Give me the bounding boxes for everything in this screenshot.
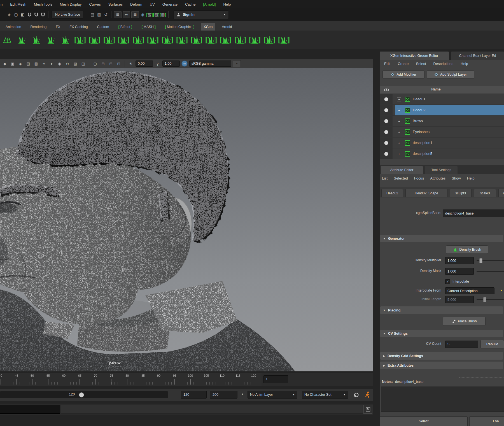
visibility-column-header[interactable] [380,86,393,94]
xgen-brush-tool-icon[interactable] [147,33,159,46]
xgen-bracket-tool-icon[interactable]: [▦] [160,11,166,18]
interpolate-checkbox[interactable] [445,279,450,284]
perspective-viewport[interactable]: persp2 [0,68,373,371]
expand-icon[interactable] [397,130,401,134]
range-handle[interactable] [79,392,84,397]
xgen-bracket-tool-icon[interactable]: [▧] [146,11,153,18]
select-hierarchy-icon[interactable]: ◈ [6,11,13,18]
menu-list[interactable]: List [382,176,388,180]
textured-icon[interactable]: ⊡ [116,60,122,67]
density-mask-field[interactable]: 1.000 [445,268,474,275]
color-management-toggle-icon[interactable]: on [181,60,188,67]
motion-blur-icon[interactable]: ⊙ [64,60,71,67]
name-column-header[interactable]: Name [393,87,479,91]
isolate-select-icon[interactable]: ▢ [92,60,98,67]
tab-channel-box[interactable]: Channel Box / Layer Ed [451,52,504,60]
xgen-brush-tool-icon[interactable] [220,33,232,46]
tree-row-brows[interactable]: Brows [380,116,504,127]
xgen-brush-tool-icon[interactable] [190,33,203,46]
tree-row-description5[interactable]: description5 [380,148,504,159]
visibility-toggle[interactable] [384,130,388,134]
xgen-groom-tool-icon[interactable] [30,33,43,46]
xgen-groom-tool-icon[interactable] [59,33,72,46]
density-multiplier-field[interactable]: 1.000 [445,257,474,264]
input-connections-icon[interactable]: ▤ [89,11,96,18]
load-attributes-button[interactable]: Loa [469,416,504,426]
node-tab-clipped[interactable]: d [498,189,504,197]
menu-deform[interactable]: Deform [130,2,142,6]
wireframe-on-shaded-icon[interactable]: ⊟ [108,60,114,67]
menu-arnold[interactable]: [Arnold] [203,2,216,6]
menu-create[interactable]: Create [398,62,409,66]
visibility-toggle[interactable] [384,141,388,145]
visibility-toggle[interactable] [384,119,388,123]
expand-icon[interactable] [397,119,401,123]
shelf-tab-arnold[interactable]: Arnold [219,23,235,31]
auto-keyframe-runner-icon[interactable] [363,390,372,399]
shelf-tab-fx-caching[interactable]: FX Caching [67,23,90,31]
node-tab-head02-shape[interactable]: Head02_Shape [405,189,447,197]
chevron-down-icon[interactable]: ▼ [241,393,244,395]
command-line-input[interactable] [0,405,60,414]
shelf-tab-motion-graphics[interactable]: [ Motion Graphics ] [162,23,197,31]
menu-mesh-tools[interactable]: Mesh Tools [34,2,52,6]
density-mask-slider[interactable] [477,271,504,272]
initial-length-slider[interactable] [477,299,504,300]
snap-curve-icon[interactable] [33,11,39,18]
section-cv-settings[interactable]: ▼ CV Settings [380,330,503,337]
snap-grid-icon[interactable] [26,11,33,18]
xgen-brush-tool-icon[interactable] [132,33,144,46]
shelf-tab-xgen[interactable]: XGen [201,23,215,31]
shelf-tab-fx[interactable]: FX [53,23,63,31]
output-connections-icon[interactable]: ▥ [96,11,102,18]
current-frame-field[interactable]: 1 [263,375,288,383]
xgen-brush-tool-icon[interactable] [205,33,217,46]
menu-generate[interactable]: Generate [162,2,178,6]
playback-options-icon[interactable] [351,390,361,399]
gate-mask-icon[interactable]: ▦ [33,60,39,67]
menu-help[interactable]: Help [461,62,468,66]
xgen-brush-tool-icon[interactable] [118,33,130,46]
tree-row-head01[interactable]: Head01 [380,94,504,105]
rebuild-button[interactable]: Rebuild [480,340,504,348]
add-sculpt-layer-button[interactable]: Add Sculpt Layer [427,70,474,79]
section-density-grid-settings[interactable]: ▶ Density Grid Settings [380,352,503,360]
gamma-field[interactable]: 1.00 [162,60,180,67]
xgen-brush-tool-icon[interactable] [103,33,115,46]
grid-display-icon[interactable]: ▣ [10,60,16,67]
gamma-icon[interactable]: γ [155,60,161,67]
menu-descriptions[interactable]: Descriptions [433,62,454,66]
lighting-icon[interactable]: ☀ [41,60,47,67]
toolbar-divider[interactable] [4,11,4,18]
section-generator[interactable]: ▼ Generator [380,235,503,242]
depth-peeling-icon[interactable]: ◫ [80,60,86,67]
spline-base-field[interactable]: description4_base [443,209,504,217]
xgen-groom-tool-icon[interactable] [45,33,57,46]
visibility-toggle[interactable] [384,108,388,112]
xgen-brush-tool-icon[interactable] [176,33,188,46]
shelf-tab-bifrost[interactable]: [ Bifrost ] [116,23,135,31]
colorspace-dropdown[interactable]: sRGB gamma [189,60,231,67]
menu-mesh-display[interactable]: Mesh Display [60,2,82,6]
shadows-icon[interactable]: ◐ [49,60,55,67]
construction-history-icon[interactable]: ↺ [102,11,109,18]
xgen-brush-tool-icon[interactable] [249,33,261,46]
node-tab-sculpt3[interactable]: sculpt3 [450,189,472,197]
tree-row-eyelashes[interactable]: Eyelashes [380,127,504,138]
expand-icon[interactable] [397,141,401,145]
visibility-toggle[interactable] [384,152,388,156]
tree-row-head02[interactable]: Head02 [380,105,504,116]
anim-layer-dropdown[interactable]: No Anim Layer ▼ [248,391,297,399]
menu-edit-mesh[interactable]: Edit Mesh [10,2,26,6]
tab-attribute-editor[interactable]: Attribute Editor [381,166,423,174]
add-modifier-button[interactable]: Add Modifier [382,70,424,79]
character-set-dropdown[interactable]: No Character Set ▼ [302,391,348,399]
density-brush-button[interactable]: Density Brush [446,245,488,254]
xgen-brush-tool-icon[interactable] [278,33,290,46]
menu-selected[interactable]: Selected [394,176,408,180]
expand-icon[interactable] [397,97,401,101]
select-button[interactable]: Select [380,416,468,426]
ambient-occlusion-icon[interactable]: ◉ [57,60,63,67]
shelf-tab-custom[interactable]: Custom [94,23,112,31]
sign-in-dropdown[interactable]: Sign In ▼ [173,10,229,19]
